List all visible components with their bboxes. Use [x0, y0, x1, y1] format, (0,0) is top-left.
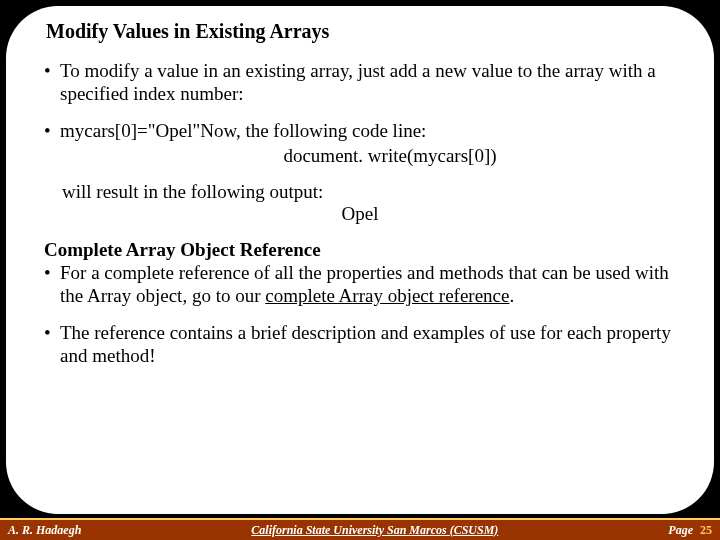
bullet-1: • To modify a value in an existing array… — [42, 59, 678, 105]
bullet-dot: • — [42, 59, 60, 105]
bullet-3-post: . — [509, 285, 514, 306]
reference-link[interactable]: complete Array object reference — [265, 285, 509, 306]
result-value: Opel — [42, 203, 678, 225]
bullet-2-codeline: document. write(mycars[0]) — [42, 145, 678, 167]
bullet-4-text: The reference contains a brief descripti… — [60, 321, 678, 367]
bullet-dot: • — [42, 119, 60, 142]
bullet-2-rest: Now, the following code line: — [200, 120, 426, 141]
bullet-2: • mycars[0]="Opel"Now, the following cod… — [42, 119, 678, 142]
footer-author: A. R. Hadaegh — [8, 523, 81, 538]
footer-bar: A. R. Hadaegh California State Universit… — [0, 518, 720, 540]
footer-institution: California State University San Marcos (… — [81, 523, 668, 538]
footer-page: Page 25 — [668, 523, 712, 538]
bullet-2-code-assign: mycars[0]="Opel" — [60, 120, 200, 141]
bullet-1-text: To modify a value in an existing array, … — [60, 59, 678, 105]
slide-body: Modify Values in Existing Arrays • To mo… — [6, 6, 714, 514]
bullet-4: • The reference contains a brief descrip… — [42, 321, 678, 367]
subheading: Complete Array Object Reference — [44, 239, 678, 261]
footer-page-number: 25 — [700, 523, 712, 537]
bullet-3-text: For a complete reference of all the prop… — [60, 261, 678, 307]
result-lead: will result in the following output: — [62, 181, 678, 203]
footer-page-label: Page — [668, 523, 693, 537]
bullet-dot: • — [42, 321, 60, 367]
bullet-3: • For a complete reference of all the pr… — [42, 261, 678, 307]
bullet-dot: • — [42, 261, 60, 307]
bullet-2-text: mycars[0]="Opel"Now, the following code … — [60, 119, 678, 142]
slide-title: Modify Values in Existing Arrays — [46, 20, 678, 43]
